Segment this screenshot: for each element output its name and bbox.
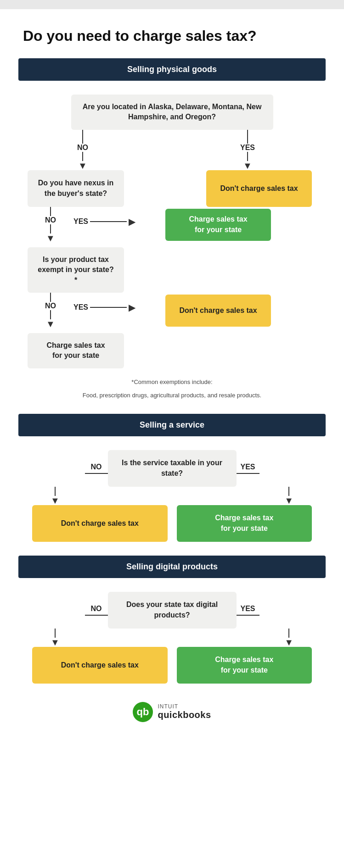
physical-charge-state-2: Charge sales taxfor your state <box>28 333 124 368</box>
arrow-down-1: ▼ <box>78 161 87 170</box>
phys-yes-label-2: YES <box>73 217 88 226</box>
digital-q1-box: Does your state tax digital products? <box>108 592 237 629</box>
physical-q2-box: Do you have nexus in the buyer's state? <box>28 170 124 207</box>
phys-no-label-3: NO <box>45 302 56 310</box>
intuit-label: INTUIT <box>158 703 211 710</box>
annotation-line1: *Common exemptions include: <box>28 378 316 387</box>
digital-header: Selling digital products <box>18 556 326 578</box>
phys-no-label-2: NO <box>45 216 56 224</box>
service-q1-box: Is the service taxable in your state? <box>108 450 237 487</box>
digital-section: Selling digital products NO Does your st… <box>18 556 326 684</box>
page: Do you need to charge sales tax? Selling… <box>0 9 344 868</box>
physical-dont-charge-2: Don't charge sales tax <box>165 295 271 327</box>
digital-no-label: NO <box>91 605 102 613</box>
logo-text: INTUIT quickbooks <box>158 703 211 720</box>
phys-yes-label-3: YES <box>73 303 88 312</box>
physical-dont-charge-1: Don't charge sales tax <box>206 170 312 207</box>
service-charge-state: Charge sales taxfor your state <box>177 505 312 542</box>
service-yes-label: YES <box>240 463 255 471</box>
physical-goods-section: Selling physical goods Are you located i… <box>18 58 326 400</box>
page-title: Do you need to charge sales tax? <box>18 28 326 45</box>
physical-q3-box: Is your product tax exempt in your state… <box>28 247 124 293</box>
service-no-label: NO <box>91 463 102 471</box>
quickbooks-label: quickbooks <box>158 710 211 720</box>
physical-goods-header: Selling physical goods <box>18 58 326 81</box>
digital-dont-charge: Don't charge sales tax <box>32 647 168 684</box>
physical-charge-state-1: Charge sales taxfor your state <box>165 209 271 241</box>
arrow-down-2: ▼ <box>243 161 252 170</box>
phys-no-label-1: NO <box>77 144 88 152</box>
physical-q1-box: Are you located in Alaska, Delaware, Mon… <box>71 95 273 130</box>
service-dont-charge: Don't charge sales tax <box>32 505 168 542</box>
service-header: Selling a service <box>18 414 326 436</box>
quickbooks-logo-icon: qb <box>133 702 153 722</box>
service-section: Selling a service NO Is the service taxa… <box>18 414 326 542</box>
svg-text:qb: qb <box>137 706 149 718</box>
digital-charge-state: Charge sales taxfor your state <box>177 647 312 684</box>
digital-yes-label: YES <box>240 605 255 613</box>
phys-yes-label-1: YES <box>240 144 255 152</box>
annotation-line2: Food, prescription drugs, agricultural p… <box>28 391 316 400</box>
logo-area: qb INTUIT quickbooks <box>18 702 326 722</box>
